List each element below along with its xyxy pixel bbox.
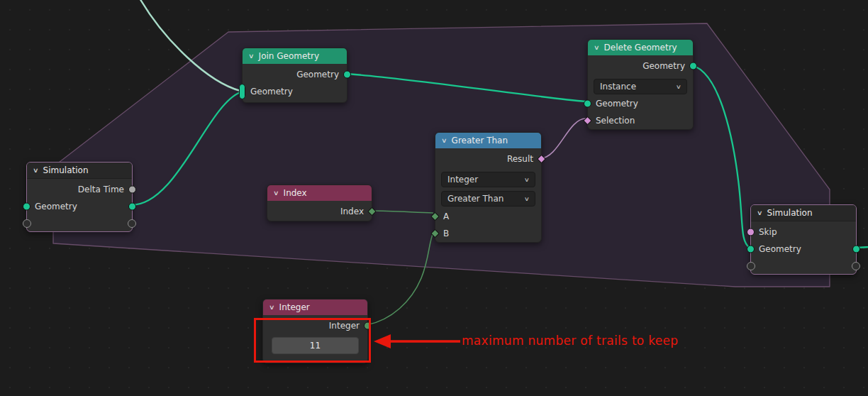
wire-integer-to-b — [367, 231, 434, 325]
socket-extend-output[interactable] — [852, 262, 860, 270]
row-extend-sockets — [27, 215, 132, 232]
node-integer[interactable]: ∨ Integer Integer 11 — [262, 299, 368, 363]
output-row-integer: Integer — [263, 317, 367, 334]
output-row-geometry: Geometry — [243, 66, 347, 83]
input-label: Geometry — [250, 87, 293, 97]
collapse-chevron-icon[interactable]: ∨ — [273, 190, 279, 197]
socket-geometry-input[interactable] — [584, 100, 591, 108]
node-editor-canvas[interactable]: { "icons": { "chevron_down": "∨" }, "nod… — [0, 0, 868, 396]
wire-index-to-a — [371, 211, 433, 213]
node-title: Integer — [279, 302, 310, 312]
wire-offscreen-to-join-geometry — [139, 0, 240, 91]
node-header-simulation-output[interactable]: ∨ Simulation — [751, 205, 856, 221]
row-geometry-passthrough: Geometry — [27, 198, 132, 215]
output-label: Result — [507, 154, 533, 164]
wire-simulation-to-join-geometry — [131, 92, 240, 205]
node-title: Simulation — [43, 165, 89, 175]
input-label: B — [443, 229, 449, 238]
node-header-greater-than[interactable]: ∨ Greater Than — [435, 133, 541, 148]
node-title: Join Geometry — [259, 51, 319, 61]
output-label: Geometry — [296, 70, 339, 79]
socket-geometry-output[interactable] — [689, 62, 697, 70]
node-header-integer[interactable]: ∨ Integer — [263, 299, 367, 315]
socket-geometry-output[interactable] — [128, 203, 136, 211]
annotation-text: maximum number of trails to keep — [462, 334, 678, 348]
socket-geometry-output[interactable] — [852, 246, 860, 253]
socket-geometry-multi-input[interactable] — [239, 84, 245, 99]
dropdown-value: Instance — [600, 82, 636, 92]
collapse-chevron-icon[interactable]: ∨ — [594, 45, 600, 51]
node-simulation-input[interactable]: ∨ Simulation Delta Time Geometry — [26, 162, 133, 232]
row-geometry-passthrough: Geometry — [751, 241, 856, 258]
collapse-chevron-icon[interactable]: ∨ — [33, 167, 39, 174]
node-simulation-output[interactable]: ∨ Simulation Skip Geometry — [750, 204, 857, 275]
output-row-index: Index — [267, 203, 372, 220]
input-row-geometry: Geometry — [588, 95, 693, 112]
dropdown-value: Integer — [447, 175, 478, 185]
socket-b-input[interactable] — [430, 229, 440, 238]
output-row-delta-time: Delta Time — [27, 181, 132, 198]
node-title: Delete Geometry — [604, 43, 677, 53]
node-delete-geometry[interactable]: ∨ Delete Geometry Geometry Instance ∨ Ge… — [587, 39, 694, 130]
input-row-geometry: Geometry — [243, 83, 347, 100]
output-label: Geometry — [642, 61, 685, 71]
chevron-down-icon: ∨ — [524, 196, 530, 202]
socket-delta-time-output[interactable] — [128, 186, 136, 194]
socket-a-input[interactable] — [430, 212, 440, 221]
input-row-b: B — [435, 225, 541, 242]
input-label: A — [443, 211, 449, 221]
socket-geometry-input[interactable] — [23, 203, 30, 211]
domain-dropdown[interactable]: Instance ∨ — [594, 79, 687, 94]
node-title: Simulation — [767, 208, 813, 218]
output-row-result: Result — [435, 150, 541, 167]
socket-selection-input[interactable] — [583, 116, 592, 126]
wire-delete-geometry-to-simulation — [692, 65, 750, 248]
node-header-join-geometry[interactable]: ∨ Join Geometry — [243, 48, 347, 64]
output-label: Delta Time — [78, 185, 124, 194]
wire-join-geometry-to-delete-geometry — [346, 74, 586, 101]
node-join-geometry[interactable]: ∨ Join Geometry Geometry Geometry — [242, 48, 347, 103]
input-label: Geometry — [759, 244, 801, 254]
socket-extend-output[interactable] — [128, 219, 136, 228]
socket-index-output[interactable] — [367, 207, 377, 216]
socket-extend-input[interactable] — [747, 262, 755, 270]
input-row-skip: Skip — [751, 224, 856, 241]
socket-extend-input[interactable] — [23, 219, 31, 228]
input-row-selection: Selection — [588, 112, 693, 129]
output-label: Integer — [329, 321, 360, 331]
dropdown-value: Greater Than — [447, 194, 503, 204]
wire-result-to-selection — [540, 119, 586, 158]
output-label: Index — [340, 207, 364, 216]
input-row-a: A — [435, 208, 541, 225]
annotation-arrowhead-icon — [374, 334, 391, 348]
node-header-simulation-input[interactable]: ∨ Simulation — [27, 163, 132, 179]
collapse-chevron-icon[interactable]: ∨ — [269, 304, 275, 311]
socket-integer-output[interactable] — [364, 322, 372, 330]
input-label: Geometry — [596, 99, 638, 109]
input-label: Geometry — [35, 202, 77, 211]
integer-value-field[interactable]: 11 — [272, 337, 359, 354]
row-extend-sockets — [751, 258, 856, 275]
node-header-index[interactable]: ∨ Index — [267, 185, 372, 201]
node-title: Index — [284, 188, 307, 198]
socket-result-output[interactable] — [537, 155, 546, 164]
output-row-geometry: Geometry — [588, 57, 693, 75]
collapse-chevron-icon[interactable]: ∨ — [757, 210, 763, 216]
collapse-chevron-icon[interactable]: ∨ — [441, 138, 447, 144]
node-index[interactable]: ∨ Index Index — [267, 185, 372, 221]
input-label: Selection — [596, 116, 635, 126]
data-type-dropdown[interactable]: Integer ∨ — [441, 172, 535, 187]
operation-dropdown[interactable]: Greater Than ∨ — [441, 191, 535, 207]
collapse-chevron-icon[interactable]: ∨ — [248, 53, 255, 60]
socket-geometry-output[interactable] — [343, 71, 351, 79]
node-header-delete-geometry[interactable]: ∨ Delete Geometry — [588, 40, 693, 55]
chevron-down-icon: ∨ — [524, 177, 530, 183]
node-title: Greater Than — [452, 136, 508, 145]
input-label: Skip — [759, 227, 777, 237]
node-greater-than[interactable]: ∨ Greater Than Result Integer ∨ Greater … — [435, 132, 542, 243]
socket-geometry-input[interactable] — [747, 246, 755, 253]
socket-skip-input[interactable] — [747, 229, 755, 236]
chevron-down-icon: ∨ — [676, 84, 681, 90]
